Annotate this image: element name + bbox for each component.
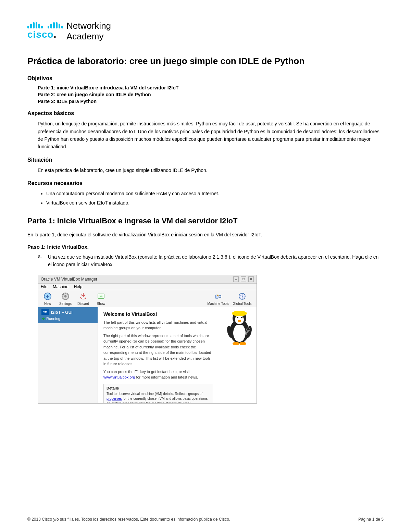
svg-rect-22	[233, 312, 246, 314]
global-tools-button[interactable]: Global Tools	[232, 292, 252, 306]
bar2	[30, 24, 32, 28]
vm-list-item[interactable]: VM I2IoT – GUI ➜ Running	[38, 307, 98, 323]
menu-machine[interactable]: Machine	[53, 284, 68, 289]
machine-tools-label: Machine Tools	[207, 302, 229, 306]
recursos-list: Una computadora personal moderna con suf…	[46, 190, 384, 207]
bar9	[53, 22, 55, 28]
cisco-logo: cisco.	[27, 22, 63, 40]
paso1-heading: Paso 1: Inicie VirtualBox.	[27, 244, 384, 250]
vm-status: ➜ Running	[41, 316, 94, 321]
minimize-button[interactable]: –	[233, 276, 239, 282]
cisco-dot: .	[54, 29, 57, 40]
running-arrow-icon: ➜	[41, 316, 45, 321]
welcome-para3: You can press the F1 key to get instant …	[103, 369, 213, 380]
global-tools-label: Global Tools	[233, 302, 252, 306]
svg-point-14	[237, 317, 238, 318]
objetivos-parte1: Parte 1: inicie VirtualBox e introduzca …	[38, 85, 384, 90]
step-a-text: Una vez que se haya instalado VirtualBox…	[48, 253, 384, 269]
bar3	[33, 22, 35, 28]
bar5	[38, 24, 40, 28]
parte1-heading: Parte 1: Inicie VirtualBox e ingrese la …	[27, 216, 384, 226]
toolbar-settings-label: Settings	[59, 302, 72, 306]
bar4	[36, 22, 37, 28]
details-box: Details Tool to observe virtual machine …	[103, 384, 213, 403]
vbox-content-area: Welcome to VirtualBox! The left part of …	[98, 307, 257, 403]
vbox-menubar: File Machine Help	[38, 284, 257, 290]
svg-rect-4	[98, 294, 104, 298]
welcome-body: The left part of this window lists all v…	[103, 320, 213, 380]
right-tools-row: Machine Tools Global Tools	[207, 292, 252, 306]
parte1-intro: En la parte 1, debe ejecutar el software…	[27, 231, 384, 238]
page-footer: © 2018 Cisco y/o sus filiales. Todos los…	[27, 514, 384, 522]
logo-area: cisco. Networking Academy	[27, 21, 384, 42]
svg-text:+: +	[46, 293, 49, 299]
vbox-titlebar: Oracle VM VirtualBox Manager – □ ✕	[38, 275, 257, 284]
svg-point-3	[64, 295, 67, 297]
vbox-toolbar: + New Settings Discard	[38, 290, 257, 307]
menu-file[interactable]: File	[41, 284, 47, 289]
discard-icon	[78, 292, 88, 301]
recursos-item-2: VirtualBox con servidor I2IoT instalado.	[46, 199, 384, 207]
recursos-item-1: Una computadora personal moderna con suf…	[46, 190, 384, 197]
vbox-main-area: VM I2IoT – GUI ➜ Running Welcome to Virt…	[38, 307, 257, 403]
toolbar-show-label: Show	[97, 302, 105, 306]
settings-icon	[61, 292, 70, 301]
footer-copyright: © 2018 Cisco y/o sus filiales. Todos los…	[27, 517, 230, 522]
objetivos-heading: Objetivos	[27, 75, 384, 82]
new-icon: +	[43, 292, 52, 301]
bar6	[41, 26, 43, 28]
toolbar-new-label: New	[44, 302, 51, 306]
paso1-step-a: a. Una vez que se haya instalado Virtual…	[38, 253, 384, 269]
machine-tools-button[interactable]: Machine Tools	[207, 292, 229, 306]
situacion-body: En esta práctica de laboratorio, cree un…	[38, 166, 384, 174]
welcome-para2: The right part of this window represents…	[103, 333, 213, 367]
machine-tools-icon	[213, 292, 223, 301]
show-icon	[96, 292, 106, 301]
details-text: Tool to observe virtual machine (VM) det…	[107, 392, 210, 403]
footer-page: Página 1 de 5	[358, 517, 384, 522]
right-tools-area: Machine Tools Global Tools	[207, 292, 252, 306]
vbox-title-buttons: – □ ✕	[233, 276, 254, 282]
welcome-link[interactable]: www.virtualbox.org	[103, 375, 135, 379]
vm-status-text: Running	[46, 317, 60, 321]
virtualbox-screenshot: Oracle VM VirtualBox Manager – □ ✕ File …	[38, 275, 257, 404]
cisco-bars-icon	[27, 22, 63, 28]
details-link[interactable]: properties	[107, 397, 122, 400]
situacion-heading: Situación	[27, 157, 384, 163]
details-text2: for the currently chosen VM and allows b…	[107, 397, 208, 403]
close-button[interactable]: ✕	[248, 276, 254, 282]
toolbar-settings-button[interactable]: Settings	[59, 292, 72, 306]
bar11	[59, 24, 60, 28]
bar10	[56, 22, 58, 28]
page: cisco. Networking Academy Práctica de la…	[0, 0, 411, 430]
svg-point-9	[233, 324, 246, 342]
welcome-para1: The left part of this window lists all v…	[103, 320, 213, 331]
details-text1: Tool to observe virtual machine (VM) det…	[107, 392, 202, 396]
details-title: Details	[107, 386, 210, 390]
svg-point-16	[238, 320, 241, 322]
recursos-heading: Recursos necesarios	[27, 180, 384, 186]
aspectos-heading: Aspectos básicos	[27, 110, 384, 116]
toolbar-show-button[interactable]: Show	[94, 292, 108, 306]
bar1	[27, 26, 29, 28]
cisco-wordmark: cisco	[27, 30, 54, 39]
main-title: Práctica de laboratorio: cree un juego s…	[27, 55, 384, 67]
global-tools-icon	[237, 292, 247, 301]
menu-help[interactable]: Help	[74, 284, 83, 289]
objetivos-parte3: Parte 3: IDLE para Python	[38, 99, 384, 104]
toolbar-discard-label: Discard	[77, 302, 89, 306]
maximize-button[interactable]: □	[241, 276, 246, 282]
toolbar-new-button[interactable]: + New	[41, 292, 54, 306]
toolbar-discard-button[interactable]: Discard	[76, 292, 90, 306]
step-letter-a: a.	[38, 253, 48, 269]
networking-academy-text: Networking Academy	[66, 21, 111, 42]
bar7	[48, 26, 49, 28]
tux-penguin-image	[226, 311, 253, 345]
svg-point-6	[217, 295, 219, 296]
vbox-title-text: Oracle VM VirtualBox Manager	[41, 277, 97, 282]
vm-icon: VM	[41, 309, 49, 315]
aspectos-body: Python, un lenguaje de programación, per…	[38, 120, 384, 151]
vm-name: I2IoT – GUI	[51, 310, 73, 315]
svg-point-15	[241, 317, 242, 318]
bar8	[50, 24, 52, 28]
